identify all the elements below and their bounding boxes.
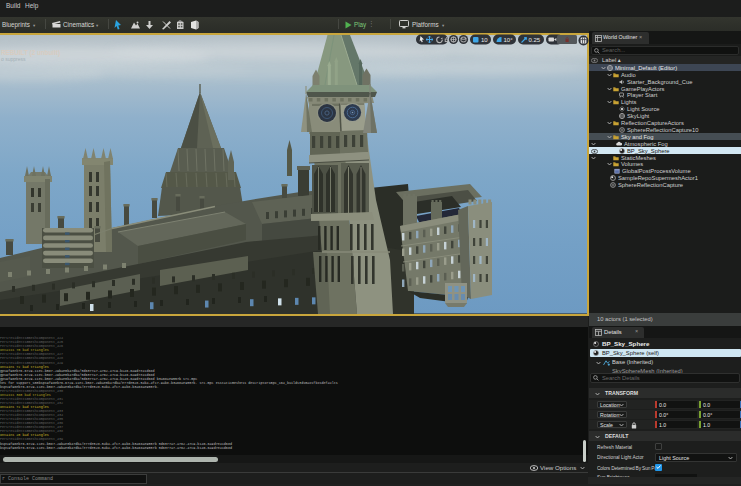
svg-text:10°: 10° [504,37,514,43]
svg-text:0.25: 0.25 [529,37,541,43]
svg-text:10: 10 [481,37,488,43]
